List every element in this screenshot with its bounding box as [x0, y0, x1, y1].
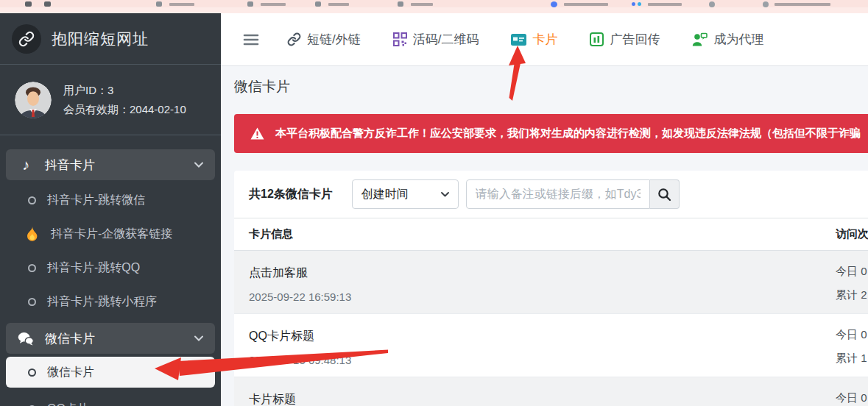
sidebar-item-label: 抖音卡片-跳转微信	[47, 193, 145, 208]
table-header: 卡片信息 访问次数	[234, 218, 868, 251]
chevron-down-icon	[194, 162, 203, 168]
warning-triangle-icon	[250, 127, 264, 140]
nav-item-short-links[interactable]: 短链/外链	[287, 31, 361, 48]
sidebar-item-label: 微信卡片	[45, 330, 95, 347]
link-icon	[12, 24, 41, 54]
bookmark-favicon[interactable]	[44, 1, 51, 7]
bookmark-label-fragment[interactable]	[775, 3, 830, 6]
table-row[interactable]: QQ卡片标题 2025-08-15 09:48:13 今日 0 累计 1	[234, 314, 868, 377]
bookmark-favicon[interactable]	[398, 1, 403, 7]
table-row[interactable]: 点击加客服 2025-09-22 16:59:13 今日 0 累计 2	[234, 251, 868, 314]
card-title: 卡片标题	[249, 392, 853, 406]
qrcode-icon	[393, 32, 407, 46]
brand-title: 抱阳缩短网址	[52, 29, 149, 49]
membership-expiry: 会员有效期：2044-02-10	[63, 100, 186, 119]
page-title: 微信卡片	[234, 77, 290, 96]
card-count-label: 共12条微信卡片	[249, 187, 333, 202]
card-title: QQ卡片标题	[249, 329, 853, 344]
visits-total: 累计 1	[836, 352, 867, 366]
sort-select[interactable]: 创建时间	[352, 179, 459, 209]
circle-bullet-icon	[28, 368, 36, 377]
nav-label: 卡片	[532, 31, 557, 48]
nav-item-cards[interactable]: 卡片	[511, 31, 557, 48]
chevron-down-icon	[441, 192, 449, 197]
user-id: 用户ID：3	[63, 81, 186, 100]
column-card-info: 卡片信息	[249, 227, 293, 241]
wechat-icon	[18, 332, 34, 346]
sidebar-item-label: 抖音卡片-企微获客链接	[51, 227, 172, 242]
sidebar-item-wechat-card-group[interactable]: 微信卡片	[6, 323, 215, 354]
search-button[interactable]	[650, 179, 680, 209]
chevron-down-icon	[194, 335, 203, 341]
visit-stats: 今日 0 累计 2	[836, 265, 867, 302]
app-window: 抱阳缩短网址 用户ID：3	[0, 0, 868, 406]
tiktok-icon: ♪	[18, 157, 34, 172]
sidebar-menu: ♪ 抖音卡片 抖音卡片-跳转微信 抖音卡片-企微获客链接	[0, 135, 221, 406]
bookmark-favicon[interactable]	[632, 2, 635, 6]
sidebar: 抱阳缩短网址 用户ID：3	[0, 13, 221, 406]
bookmarks-row	[0, 0, 868, 7]
circle-bullet-icon	[28, 264, 36, 272]
content-area: 微信卡片 本平台积极配合警方反诈工作！应公安部要求，我们将对生成的内容进行检测，…	[221, 66, 868, 406]
bookmark-label-fragment[interactable]	[261, 3, 286, 6]
sidebar-item-label: 抖音卡片-跳转QQ	[47, 260, 140, 276]
bookmark-favicon[interactable]	[247, 1, 253, 7]
search-icon	[657, 188, 671, 202]
bookmark-label-fragment[interactable]	[411, 3, 433, 6]
visits-today: 今日 0	[836, 391, 867, 405]
anti-fraud-warning-banner: 本平台积极配合警方反诈工作！应公安部要求，我们将对生成的内容进行检测，如发现违反…	[234, 114, 868, 153]
bookmark-favicon[interactable]	[315, 1, 321, 7]
hamburger-menu-icon[interactable]	[243, 32, 259, 47]
bookmark-favicon[interactable]	[638, 2, 641, 6]
banner-text: 本平台积极配合警方反诈工作！应公安部要求，我们将对生成的内容进行检测，如发现违反…	[275, 127, 861, 140]
sidebar-item-label: 抖音卡片	[45, 157, 95, 174]
bookmark-label-fragment[interactable]	[564, 3, 608, 6]
sidebar-item-douyin-to-wechat[interactable]: 抖音卡片-跳转微信	[0, 183, 221, 217]
sidebar-item-douyin-to-qq[interactable]: 抖音卡片-跳转QQ	[0, 251, 221, 285]
brand[interactable]: 抱阳缩短网址	[0, 13, 221, 65]
list-toolbar: 共12条微信卡片 创建时间	[234, 171, 868, 218]
bookmark-favicon[interactable]	[709, 1, 715, 7]
card-created-date: 2025-08-15 09:48:13	[249, 354, 853, 366]
cards-panel: 共12条微信卡片 创建时间	[234, 171, 868, 406]
user-avatar	[15, 82, 52, 118]
sidebar-item-qq-card[interactable]: QQ卡片	[0, 392, 221, 406]
sidebar-item-douyin-miniprogram[interactable]: 抖音卡片-跳转小程序	[0, 285, 221, 318]
apps-grid-icon[interactable]	[25, 1, 32, 7]
bookmark-favicon[interactable]	[156, 1, 162, 7]
bookmark-label-fragment[interactable]	[648, 3, 682, 6]
user-panel: 用户ID：3 会员有效期：2044-02-10	[0, 65, 221, 119]
search-group	[466, 179, 680, 209]
table-row[interactable]: 卡片标题 今日 0	[234, 377, 868, 406]
search-input[interactable]	[466, 179, 650, 209]
sort-select-value: 创建时间	[361, 187, 409, 202]
top-navbar: 短链/外链 活码/二维码	[221, 13, 868, 66]
sidebar-item-douyin-qiwei[interactable]: 抖音卡片-企微获客链接	[0, 217, 221, 251]
bookmark-favicon[interactable]	[551, 1, 557, 7]
browser-bookmarks-bar	[0, 0, 868, 13]
nav-label: 活码/二维码	[413, 31, 479, 48]
visits-today: 今日 0	[836, 328, 867, 342]
sidebar-item-label: 微信卡片	[47, 365, 94, 380]
nav-item-become-agent[interactable]: 成为代理	[692, 31, 763, 48]
nav-item-qrcode[interactable]: 活码/二维码	[393, 31, 479, 48]
bookmark-label-fragment[interactable]	[328, 3, 349, 6]
card-icon	[511, 34, 526, 46]
nav-label: 成为代理	[713, 31, 763, 48]
agent-icon	[692, 32, 708, 46]
nav-label: 广告回传	[610, 31, 660, 48]
visits-total: 累计 2	[836, 288, 867, 302]
sidebar-item-douyin-card[interactable]: ♪ 抖音卡片	[6, 149, 215, 180]
circle-bullet-icon	[28, 196, 36, 204]
ad-report-icon	[590, 32, 604, 46]
sidebar-item-label: QQ卡片	[47, 402, 89, 406]
sidebar-item-wechat-card-active[interactable]: 微信卡片	[6, 357, 215, 388]
card-title: 点击加客服	[249, 266, 853, 281]
bookmark-favicon[interactable]	[763, 1, 769, 7]
sidebar-item-label: 抖音卡片-跳转小程序	[47, 294, 157, 310]
nav-label: 短链/外链	[307, 31, 361, 48]
visit-stats: 今日 0	[836, 391, 867, 405]
bookmark-label-fragment[interactable]	[169, 3, 194, 6]
fire-icon	[24, 227, 40, 241]
nav-item-ad-report[interactable]: 广告回传	[590, 31, 660, 48]
